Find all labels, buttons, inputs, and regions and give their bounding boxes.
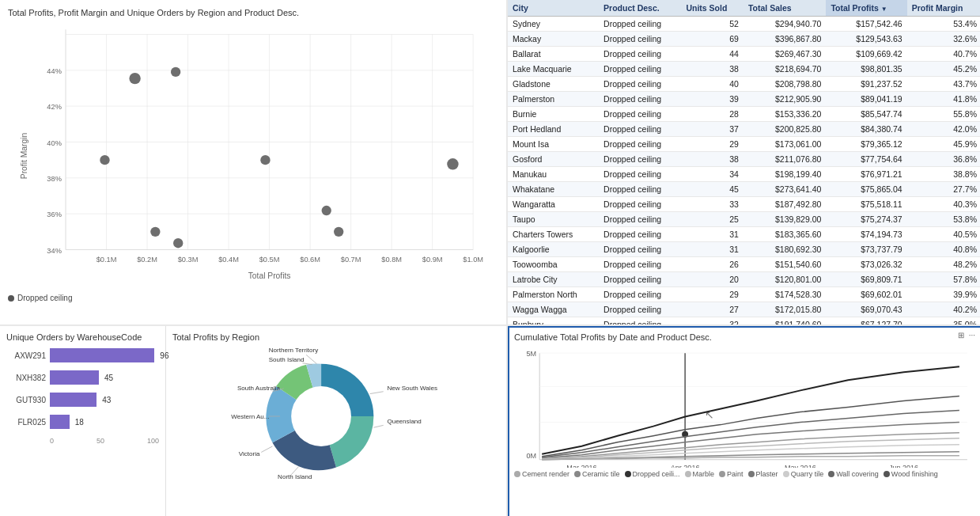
- table-row: SydneyDropped ceiling52$294,940.70$157,5…: [508, 17, 980, 32]
- svg-text:South Island: South Island: [269, 356, 305, 363]
- table-cell: 39.9%: [907, 287, 980, 302]
- table-cell: 57.8%: [907, 272, 980, 287]
- table-cell: Dropped ceiling: [599, 122, 681, 137]
- svg-text:34%: 34%: [47, 247, 62, 255]
- svg-text:$0.6M: $0.6M: [300, 256, 320, 264]
- legend-dot: [748, 471, 755, 477]
- table-cell: $153,336.20: [744, 107, 826, 122]
- table-cell: Dropped ceiling: [599, 197, 681, 212]
- svg-point-39: [150, 227, 160, 237]
- table-cell: Dropped ceiling: [599, 77, 681, 92]
- legend-item: Plaster: [748, 470, 778, 478]
- legend-dot: [828, 471, 834, 477]
- data-table: City Product Desc. Units Sold Total Sale…: [508, 0, 980, 324]
- table-cell: Dropped ceiling: [599, 107, 681, 122]
- legend-item: Wood finishing: [884, 470, 938, 478]
- table-cell: Port Hedland: [508, 122, 599, 137]
- col-margin[interactable]: Profit Margin: [907, 0, 980, 17]
- table-row: GosfordDropped ceiling38$211,076.80$77,7…: [508, 152, 980, 167]
- table-cell: 53.4%: [907, 17, 980, 32]
- line-svg: 5M 0M Mar 2016 Apr 2016 May 2016 Jun 201…: [514, 345, 975, 468]
- svg-text:Queensland: Queensland: [387, 418, 421, 425]
- table-cell: 45.2%: [907, 62, 980, 77]
- table-cell: Manukau: [508, 167, 599, 182]
- svg-text:$0.9M: $0.9M: [422, 256, 443, 264]
- bar-bg: 43: [50, 393, 159, 407]
- table-cell: $73,737.79: [826, 242, 906, 257]
- scatter-title: Total Profits, Profit Margin and Unique …: [8, 8, 498, 17]
- bar-label: FLR025: [6, 418, 46, 427]
- table-cell: 43.7%: [907, 77, 980, 92]
- table-cell: Dropped ceiling: [599, 317, 681, 325]
- legend-label: Dropped ceili...: [633, 470, 680, 478]
- table-cell: Dropped ceiling: [599, 92, 681, 107]
- table-cell: 29: [681, 287, 744, 302]
- table-cell: 28: [681, 107, 744, 122]
- scatter-svg: Profit Margin 34% 36% 38% 40% 42% 44%: [8, 21, 498, 290]
- bar-value: 45: [104, 374, 113, 382]
- table-cell: 38: [681, 62, 744, 77]
- bar-title: Unique Orders by WarehouseCode: [6, 332, 159, 342]
- bar-fill: 45: [50, 370, 99, 385]
- bar-axis: 0 50 100: [6, 437, 159, 445]
- table-row: Charters TowersDropped ceiling31$183,365…: [508, 227, 980, 242]
- table-cell: $77,754.64: [826, 152, 906, 167]
- table-cell: $85,547.74: [826, 107, 906, 122]
- legend-dot: [625, 471, 631, 477]
- table-cell: Wagga Wagga: [508, 302, 599, 317]
- table-cell: $109,669.42: [826, 47, 906, 62]
- col-city[interactable]: City: [508, 0, 599, 17]
- table-row: WangarattaDropped ceiling33$187,492.80$7…: [508, 197, 980, 212]
- bar-value: 18: [75, 418, 84, 427]
- more-icon[interactable]: ···: [969, 331, 975, 340]
- table-cell: $187,492.80: [744, 197, 826, 212]
- legend-item: Cement render: [514, 470, 569, 478]
- table-cell: $75,518.11: [826, 197, 906, 212]
- svg-text:$0.2M: $0.2M: [137, 256, 157, 264]
- panel-controls: ⊞ ···: [958, 331, 975, 340]
- table-cell: $73,026.32: [826, 257, 906, 272]
- table-cell: 40.8%: [907, 242, 980, 257]
- table-cell: Whakatane: [508, 182, 599, 197]
- table-row: Port HedlandDropped ceiling37$200,825.80…: [508, 122, 980, 137]
- table-cell: $212,905.90: [744, 92, 826, 107]
- table-cell: 55.8%: [907, 107, 980, 122]
- table-cell: 32.6%: [907, 32, 980, 47]
- table-cell: 42.0%: [907, 122, 980, 137]
- table-cell: Bunbury: [508, 317, 599, 325]
- bar-row: GUT930 43: [6, 393, 159, 407]
- table-scroll[interactable]: City Product Desc. Units Sold Total Sale…: [508, 0, 980, 324]
- table-cell: 40.3%: [907, 197, 980, 212]
- table-cell: $180,692.30: [744, 242, 826, 257]
- table-cell: Latrobe City: [508, 272, 599, 287]
- legend-label: Wood finishing: [891, 470, 938, 478]
- legend-label: Marble: [693, 470, 715, 478]
- dashboard: Total Profits, Profit Margin and Unique …: [0, 0, 980, 516]
- svg-text:Apr 2016: Apr 2016: [671, 464, 700, 468]
- table-cell: 34: [681, 167, 744, 182]
- table-row: BunburyDropped ceiling32$191,740.60$67,1…: [508, 317, 980, 325]
- table-cell: Mackay: [508, 32, 599, 47]
- table-cell: Ballarat: [508, 47, 599, 62]
- table-cell: $76,971.21: [826, 167, 906, 182]
- table-cell: 69: [681, 32, 744, 47]
- svg-point-36: [129, 73, 140, 84]
- col-product[interactable]: Product Desc.: [599, 0, 681, 17]
- table-row: KalgoorlieDropped ceiling31$180,692.30$7…: [508, 242, 980, 257]
- table-cell: $269,467.30: [744, 47, 826, 62]
- legend-label: Quarry tile: [791, 470, 824, 478]
- svg-text:May 2016: May 2016: [785, 464, 816, 468]
- legend-label: Plaster: [756, 470, 778, 478]
- col-sales[interactable]: Total Sales: [744, 0, 826, 17]
- col-profits[interactable]: Total Profits ▼: [826, 0, 906, 17]
- table-row: BallaratDropped ceiling44$269,467.30$109…: [508, 47, 980, 62]
- col-units[interactable]: Units Sold: [681, 0, 744, 17]
- svg-text:South Australia: South Australia: [237, 385, 281, 392]
- table-cell: Lake Macquarie: [508, 62, 599, 77]
- table-cell: $173,061.00: [744, 137, 826, 152]
- svg-text:$0.1M: $0.1M: [96, 256, 117, 264]
- svg-text:$0.3M: $0.3M: [178, 256, 199, 264]
- bar-bg: 18: [50, 415, 159, 429]
- expand-icon[interactable]: ⊞: [958, 331, 964, 340]
- table-row: ToowoombaDropped ceiling26$151,540.60$73…: [508, 257, 980, 272]
